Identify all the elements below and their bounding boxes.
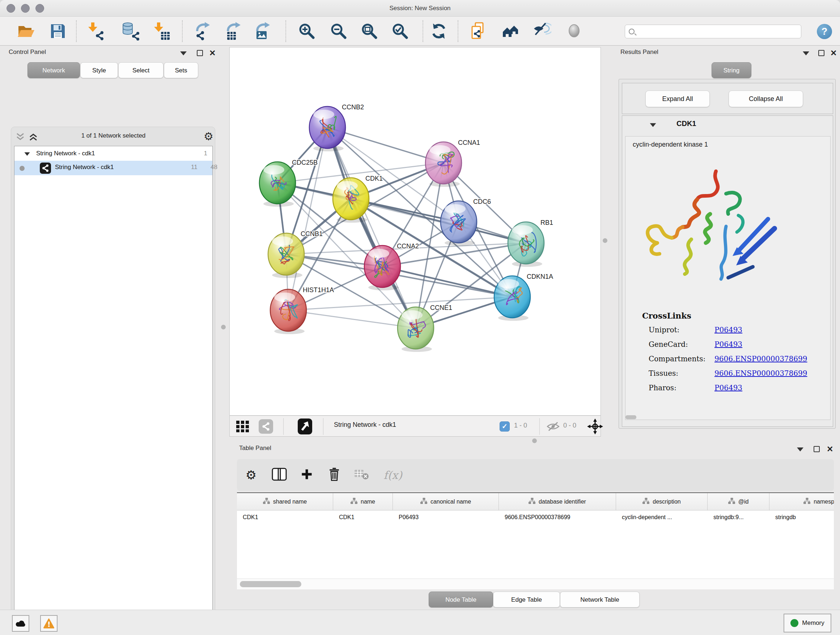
table-cell[interactable]: P06493 <box>393 510 499 524</box>
column-header-name[interactable]: name <box>333 493 393 510</box>
column-header-namespace[interactable]: namespace <box>769 493 834 510</box>
import-network-from-database-icon[interactable] <box>121 22 140 41</box>
tab-string[interactable]: String <box>712 62 752 78</box>
zoom-selected-icon[interactable] <box>391 22 409 41</box>
selected-checkbox-icon[interactable]: ✓ <box>500 421 510 432</box>
crosslink-value-link[interactable]: 9606.ENSP00000378699 <box>714 355 807 363</box>
crosslink-value-link[interactable]: P06493 <box>714 325 742 334</box>
node-table[interactable]: shared namenamecanonical namedatabase id… <box>237 492 834 578</box>
table-panel-float-icon[interactable] <box>813 446 820 452</box>
crosslink-value-link[interactable]: 9606.ENSP00000378699 <box>714 369 807 378</box>
tab-select[interactable]: Select <box>118 62 164 78</box>
node-CCNB2[interactable]: CCNB2 <box>309 103 364 151</box>
thumbnail-grid-icon[interactable] <box>236 421 251 432</box>
export-table-to-file-icon[interactable] <box>224 22 243 41</box>
left-splitter-handle[interactable] <box>221 325 226 329</box>
table-cell[interactable]: cyclin-dependent ... <box>616 510 707 524</box>
warning-button[interactable] <box>40 615 57 632</box>
search-box[interactable] <box>625 25 801 38</box>
network-graph[interactable]: CCNB2CCNA1CDC25BCDK1CDC6RB1CCNB1CCNA2CDK… <box>230 48 600 415</box>
collection-expand-icon[interactable] <box>24 152 30 156</box>
node-CCNE1[interactable]: CCNE1 <box>398 304 452 352</box>
network-collection-row[interactable]: String Network - cdk1 1 <box>14 148 212 161</box>
tab-network[interactable]: Network <box>27 62 80 78</box>
show-all-network-views-icon[interactable] <box>501 22 520 41</box>
tab-network-table[interactable]: Network Table <box>560 592 639 608</box>
node-CCNA2[interactable]: CCNA2 <box>364 242 419 290</box>
zoom-fit-icon[interactable] <box>360 22 379 41</box>
collection-count: 1 <box>204 150 207 157</box>
protein-collapse-icon[interactable] <box>650 123 656 127</box>
crosslink-row: Compartments:9606.ENSP00000378699 <box>649 355 829 363</box>
network-row[interactable]: String Network - cdk1 11 48 <box>14 161 212 175</box>
delete-column-icon[interactable] <box>328 467 340 483</box>
column-header-shared-name[interactable]: shared name <box>237 493 333 510</box>
node-CDKN1A[interactable]: CDKN1A <box>494 273 553 321</box>
column-header-database-identifier[interactable]: database identifier <box>499 493 616 510</box>
apply-function-icon[interactable]: f(x) <box>384 469 402 481</box>
zoom-in-icon[interactable] <box>297 22 316 41</box>
create-column-icon[interactable] <box>301 468 313 482</box>
edge-CCNB2-CCNE1[interactable] <box>327 127 416 328</box>
table-panel-close-icon[interactable]: ✕ <box>827 446 833 452</box>
zoom-out-icon[interactable] <box>329 22 348 41</box>
show-column-panel-icon[interactable] <box>272 467 287 483</box>
column-header-description[interactable]: description <box>616 493 707 510</box>
results-panel-close-icon[interactable]: ✕ <box>830 50 837 56</box>
right-splitter-handle[interactable] <box>603 238 607 243</box>
tab-node-table[interactable]: Node Table <box>429 592 493 608</box>
export-network-to-file-icon[interactable] <box>194 22 212 41</box>
memory-button[interactable]: Memory <box>783 614 831 632</box>
table-hscrollbar[interactable] <box>237 578 834 589</box>
node-CCNA1[interactable]: CCNA1 <box>425 139 480 187</box>
refresh-icon[interactable] <box>429 22 448 41</box>
results-panel-float-icon[interactable] <box>818 50 824 56</box>
tab-edge-table[interactable]: Edge Table <box>493 592 560 608</box>
node-RB1[interactable]: RB1 <box>508 219 553 267</box>
control-panel-close-icon[interactable]: ✕ <box>209 50 216 56</box>
control-panel-float-icon[interactable] <box>197 50 203 56</box>
new-network-from-selection-icon[interactable] <box>469 22 488 41</box>
table-hscrollbar-thumb[interactable] <box>240 581 302 587</box>
table-cell[interactable]: 9606.ENSP00000378699 <box>499 510 616 524</box>
tab-sets[interactable]: Sets <box>164 62 198 78</box>
export-image-icon[interactable] <box>254 22 272 41</box>
table-panel-menu-icon[interactable] <box>797 448 804 451</box>
help-button[interactable]: ? <box>817 24 832 39</box>
table-options-icon[interactable]: ⚙ <box>246 469 256 481</box>
results-panel-menu-icon[interactable] <box>803 51 809 55</box>
show-hidden-icon[interactable] <box>565 22 584 41</box>
import-network-from-file-icon[interactable] <box>86 22 104 41</box>
tab-style[interactable]: Style <box>80 62 118 78</box>
search-input[interactable] <box>638 26 801 37</box>
collapse-all-button[interactable]: Collapse All <box>729 90 803 107</box>
table-cell[interactable]: CDK1 <box>237 510 333 524</box>
clear-table-icon[interactable] <box>354 468 369 482</box>
edge-CCNE1-HIST1H1A[interactable] <box>288 310 416 328</box>
expand-all-button[interactable]: Expand All <box>645 90 710 107</box>
crosslink-value-link[interactable]: P06493 <box>714 383 742 392</box>
crosslink-value-link[interactable]: P06493 <box>714 340 742 348</box>
column-header-canonical-name[interactable]: canonical name <box>393 493 499 510</box>
fit-selected-icon[interactable] <box>587 418 603 434</box>
table-cell[interactable]: CDK1 <box>333 510 393 524</box>
network-canvas[interactable]: CCNB2CCNA1CDC25BCDK1CDC6RB1CCNB1CCNA2CDK… <box>229 47 601 416</box>
table-cell[interactable]: stringdb:9... <box>707 510 769 524</box>
node-CDK1[interactable]: CDK1 <box>333 175 383 223</box>
results-scrollbar[interactable] <box>625 415 636 419</box>
edge-CCNA2-CDKN1A[interactable] <box>382 266 512 297</box>
cloud-button[interactable] <box>12 615 29 632</box>
hide-selected-icon[interactable] <box>532 22 551 41</box>
table-cell[interactable]: stringdb <box>769 510 834 524</box>
network-options-gear-icon[interactable]: ⚙ <box>204 130 213 143</box>
node-CDC6[interactable]: CDC6 <box>441 198 491 246</box>
open-session-icon[interactable] <box>17 22 36 41</box>
column-header--id[interactable]: @id <box>707 493 769 510</box>
node-HIST1H1A[interactable]: HIST1H1A <box>270 287 334 334</box>
hidden-eye-icon[interactable] <box>546 421 561 432</box>
control-panel-menu-icon[interactable] <box>180 51 187 55</box>
save-session-icon[interactable] <box>49 22 67 41</box>
string-view-icon[interactable] <box>259 419 273 434</box>
birdseye-icon[interactable] <box>298 418 312 434</box>
import-table-from-file-icon[interactable] <box>152 22 171 41</box>
